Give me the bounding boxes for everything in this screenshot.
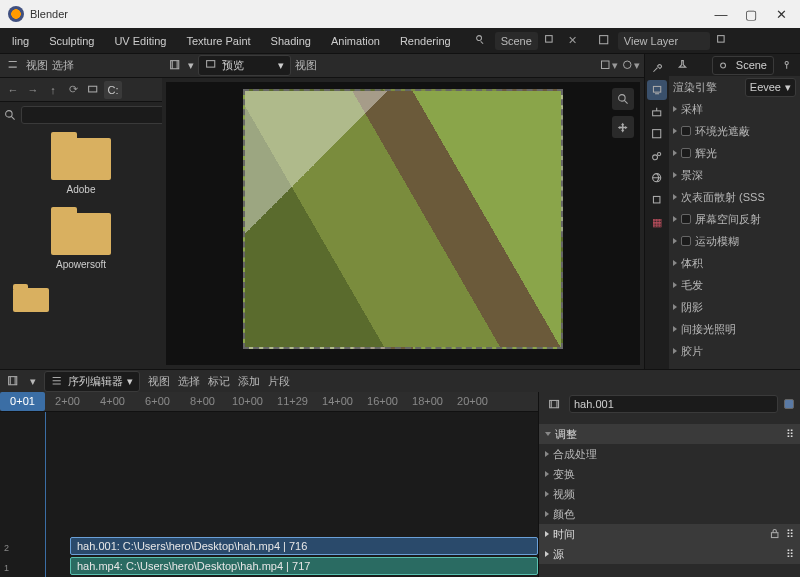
prop-hair[interactable]: 毛发 xyxy=(681,278,703,293)
ao-checkbox[interactable] xyxy=(681,126,691,136)
c-drive-button[interactable]: C: xyxy=(104,81,122,99)
tab-uv-editing[interactable]: UV Editing xyxy=(106,33,174,49)
bloom-checkbox[interactable] xyxy=(681,148,691,158)
strip-name-input[interactable] xyxy=(569,395,778,413)
window-maximize-button[interactable]: ▢ xyxy=(736,4,766,24)
tab-texture-paint[interactable]: Texture Paint xyxy=(178,33,258,49)
refresh-button[interactable]: ⟳ xyxy=(64,81,82,99)
frame-tick[interactable]: 14+00 xyxy=(315,392,360,411)
frame-tick[interactable]: 11+29 xyxy=(270,392,315,411)
expand-icon[interactable] xyxy=(673,128,677,134)
video-strip-2[interactable]: hah.mp4: C:\Users\hero\Desktop\hah.mp4 |… xyxy=(70,557,538,575)
frame-tick[interactable]: 18+00 xyxy=(405,392,450,411)
motionblur-checkbox[interactable] xyxy=(681,236,691,246)
prop-tab-texture-icon[interactable]: ▦ xyxy=(647,212,667,232)
scene-delete-button[interactable]: ✕ xyxy=(564,32,582,50)
preview-viewport[interactable] xyxy=(166,82,640,365)
render-engine-dropdown[interactable]: Eevee ▾ xyxy=(745,78,796,97)
panel-menu-icon[interactable]: ⠿ xyxy=(786,428,794,441)
expand-icon[interactable] xyxy=(673,282,677,288)
prop-shadow[interactable]: 阴影 xyxy=(681,300,703,315)
preview-view-menu[interactable]: 视图 xyxy=(295,58,317,73)
tab-rendering[interactable]: Rendering xyxy=(392,33,459,49)
frame-tick[interactable]: 20+00 xyxy=(450,392,495,411)
seq-marker-menu[interactable]: 标记 xyxy=(208,374,230,389)
channels-icon[interactable]: ▾ xyxy=(600,57,618,75)
prop-tab-viewlayer-icon[interactable] xyxy=(647,124,667,144)
forward-button[interactable]: → xyxy=(24,81,42,99)
expand-icon[interactable] xyxy=(673,348,677,354)
prop-ssr[interactable]: 屏幕空间反射 xyxy=(695,212,761,227)
lock-icon[interactable] xyxy=(769,527,782,542)
folder-item-apowersoft[interactable]: Apowersoft xyxy=(0,213,162,270)
prop-film[interactable]: 胶片 xyxy=(681,344,703,359)
prop-tab-world-icon[interactable] xyxy=(647,168,667,188)
tab-shading[interactable]: Shading xyxy=(263,33,319,49)
prop-tab-tool-icon[interactable] xyxy=(647,58,667,78)
tab-modeling[interactable]: ling xyxy=(4,33,37,49)
preview-mode-dropdown[interactable]: 预览 ▾ xyxy=(198,55,291,76)
expand-icon[interactable] xyxy=(673,106,677,112)
filebrowser-view-menu[interactable]: 视图 xyxy=(26,58,48,73)
folder-item-partial[interactable] xyxy=(0,288,162,312)
prop-tab-scene-icon[interactable] xyxy=(647,146,667,166)
section-adjust[interactable]: 调整⠿ xyxy=(539,424,800,444)
prop-tab-object-icon[interactable] xyxy=(647,190,667,210)
back-button[interactable]: ← xyxy=(4,81,22,99)
prop-sampling[interactable]: 采样 xyxy=(681,102,703,117)
frame-tick[interactable]: 4+00 xyxy=(90,392,135,411)
scene-selector[interactable]: Scene xyxy=(495,32,538,50)
expand-icon[interactable] xyxy=(673,150,677,156)
seq-strip-menu[interactable]: 片段 xyxy=(268,374,290,389)
seq-select-menu[interactable]: 选择 xyxy=(178,374,200,389)
video-strip-1[interactable]: hah.001: C:\Users\hero\Desktop\hah.mp4 |… xyxy=(70,537,538,555)
prop-ao[interactable]: 环境光遮蔽 xyxy=(695,124,750,139)
frame-tick[interactable]: 16+00 xyxy=(360,392,405,411)
folder-item-adobe[interactable]: Adobe xyxy=(0,138,162,195)
section-video[interactable]: 视频 xyxy=(539,484,800,504)
timeline-ruler[interactable]: 0+01 2+00 4+00 6+00 8+00 10+00 11+29 14+… xyxy=(0,392,538,412)
viewlayer-selector[interactable]: View Layer xyxy=(618,32,710,50)
prop-tab-output-icon[interactable] xyxy=(647,102,667,122)
window-close-button[interactable]: ✕ xyxy=(766,4,796,24)
expand-icon[interactable] xyxy=(673,216,677,222)
viewlayer-new-button[interactable] xyxy=(714,32,732,50)
frame-current[interactable]: 0+01 xyxy=(0,392,45,411)
browse-scene-icon[interactable] xyxy=(473,32,491,50)
prop-tab-render-icon[interactable] xyxy=(647,80,667,100)
expand-icon[interactable] xyxy=(673,172,677,178)
seq-add-menu[interactable]: 添加 xyxy=(238,374,260,389)
up-button[interactable]: ↑ xyxy=(44,81,62,99)
frame-tick[interactable]: 8+00 xyxy=(180,392,225,411)
prop-sss[interactable]: 次表面散射 (SSS xyxy=(681,190,765,205)
pin-icon[interactable] xyxy=(673,56,691,74)
frame-tick[interactable]: 10+00 xyxy=(225,392,270,411)
ssr-checkbox[interactable] xyxy=(681,214,691,224)
section-transform[interactable]: 变换 xyxy=(539,464,800,484)
section-source[interactable]: 源⠿ xyxy=(539,544,800,564)
editor-type-seq-icon[interactable] xyxy=(4,372,22,390)
zoom-icon[interactable] xyxy=(612,88,634,110)
tab-sculpting[interactable]: Sculpting xyxy=(41,33,102,49)
tab-animation[interactable]: Animation xyxy=(323,33,388,49)
prop-dof[interactable]: 景深 xyxy=(681,168,703,183)
scene-new-button[interactable] xyxy=(542,32,560,50)
prop-volume[interactable]: 体积 xyxy=(681,256,703,271)
section-color[interactable]: 颜色 xyxy=(539,504,800,524)
scene-pin-dropdown[interactable]: Scene xyxy=(712,56,774,75)
filebrowser-select-menu[interactable]: 选择 xyxy=(52,58,74,73)
overlay-icon[interactable]: ▾ xyxy=(622,57,640,75)
frame-tick[interactable]: 2+00 xyxy=(45,392,90,411)
seq-view-menu[interactable]: 视图 xyxy=(148,374,170,389)
pin-toggle-icon[interactable] xyxy=(778,56,796,74)
expand-icon[interactable] xyxy=(673,260,677,266)
expand-icon[interactable] xyxy=(673,194,677,200)
prop-bloom[interactable]: 辉光 xyxy=(695,146,717,161)
sequencer-tracks[interactable]: 2 1 hah.001: C:\Users\hero\Desktop\hah.m… xyxy=(0,412,538,577)
expand-icon[interactable] xyxy=(673,304,677,310)
window-minimize-button[interactable]: — xyxy=(706,4,736,24)
frame-tick[interactable]: 6+00 xyxy=(135,392,180,411)
editor-type-icon[interactable] xyxy=(4,57,22,75)
new-folder-button[interactable] xyxy=(84,81,102,99)
strip-mute-checkbox[interactable] xyxy=(784,399,794,409)
